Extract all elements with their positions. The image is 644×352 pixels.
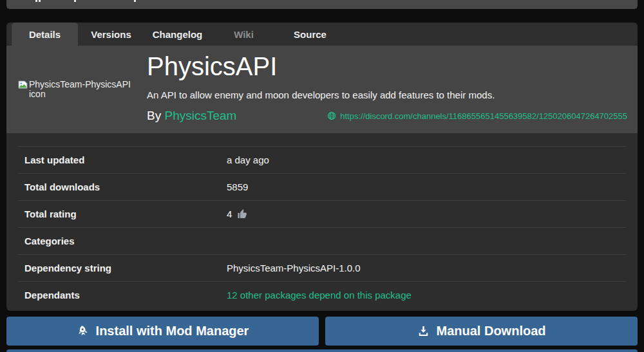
package-tabs: Details Versions Changelog Wiki Source	[6, 23, 638, 46]
package-info-column: PhysicsAPI An API to allow enemy and moo…	[147, 46, 638, 133]
cutoff-breadcrumb-bar	[6, 0, 638, 9]
mod-page: Details Versions Changelog Wiki Source P…	[0, 0, 644, 352]
table-row-dependants: Dependants 12 other packages depend on t…	[18, 281, 626, 308]
dependants-link[interactable]: 12 other packages depend on this package	[227, 290, 412, 301]
package-header: PhysicsTeam-PhysicsAPI icon PhysicsAPI A…	[6, 46, 638, 133]
package-icon-column: PhysicsTeam-PhysicsAPI icon	[6, 46, 147, 133]
package-details-table: Last updated a day ago Total downloads 5…	[6, 133, 638, 311]
tab-details[interactable]: Details	[12, 23, 78, 46]
broken-image-icon	[18, 80, 28, 89]
rocket-icon	[77, 325, 89, 337]
row-label: Total rating	[24, 208, 227, 219]
package-title: PhysicsAPI	[147, 52, 638, 80]
thumbs-up-icon[interactable]	[237, 208, 248, 219]
package-icon-alt-text: PhysicsTeam-PhysicsAPI icon	[29, 80, 147, 99]
package-description: An API to allow enemy and moon developer…	[147, 89, 638, 100]
byline-row: By PhysicsTeam https://discord.com/chann…	[147, 109, 638, 123]
cutoff-bottom-button[interactable]	[6, 349, 638, 352]
cutoff-text-mark	[134, 0, 136, 2]
install-button-label: Install with Mod Manager	[96, 324, 249, 338]
row-value: 5859	[227, 181, 248, 192]
cutoff-text-mark	[35, 0, 37, 2]
author-link[interactable]: PhysicsTeam	[164, 109, 236, 122]
tab-changelog[interactable]: Changelog	[144, 23, 211, 46]
cutoff-text-mark	[74, 0, 76, 2]
byline: By PhysicsTeam	[147, 109, 236, 123]
tab-source[interactable]: Source	[277, 23, 343, 46]
install-with-mod-manager-button[interactable]: Install with Mod Manager	[6, 317, 319, 346]
row-label: Last updated	[24, 154, 227, 165]
download-button-label: Manual Download	[437, 324, 546, 338]
row-label: Dependency string	[24, 263, 227, 273]
row-value: a day ago	[227, 154, 269, 165]
website-url-text: https://discord.com/channels/11686556514…	[340, 111, 627, 121]
package-card: Details Versions Changelog Wiki Source P…	[6, 23, 638, 311]
row-value-rating: 4	[227, 208, 248, 219]
rating-count: 4	[227, 208, 232, 219]
row-label: Categories	[24, 236, 227, 246]
row-label: Dependants	[24, 290, 227, 301]
globe-icon	[327, 111, 336, 120]
download-icon	[417, 325, 430, 337]
cutoff-text-mark	[39, 0, 41, 2]
package-icon-broken-image: PhysicsTeam-PhysicsAPI icon	[18, 80, 147, 99]
table-row-total-rating: Total rating 4	[18, 200, 626, 227]
tab-versions[interactable]: Versions	[78, 23, 144, 46]
table-row-dependency-string: Dependency string PhysicsTeam-PhysicsAPI…	[18, 254, 626, 281]
row-value: PhysicsTeam-PhysicsAPI-1.0.0	[227, 263, 361, 273]
by-label: By	[147, 109, 161, 122]
website-link[interactable]: https://discord.com/channels/11686556514…	[327, 111, 627, 121]
table-row-total-downloads: Total downloads 5859	[18, 173, 626, 200]
table-row-last-updated: Last updated a day ago	[18, 146, 626, 173]
row-label: Total downloads	[24, 181, 227, 192]
manual-download-button[interactable]: Manual Download	[325, 317, 638, 346]
tab-wiki: Wiki	[211, 23, 277, 46]
action-buttons: Install with Mod Manager Manual Download	[6, 317, 638, 346]
table-row-categories: Categories	[18, 227, 626, 254]
